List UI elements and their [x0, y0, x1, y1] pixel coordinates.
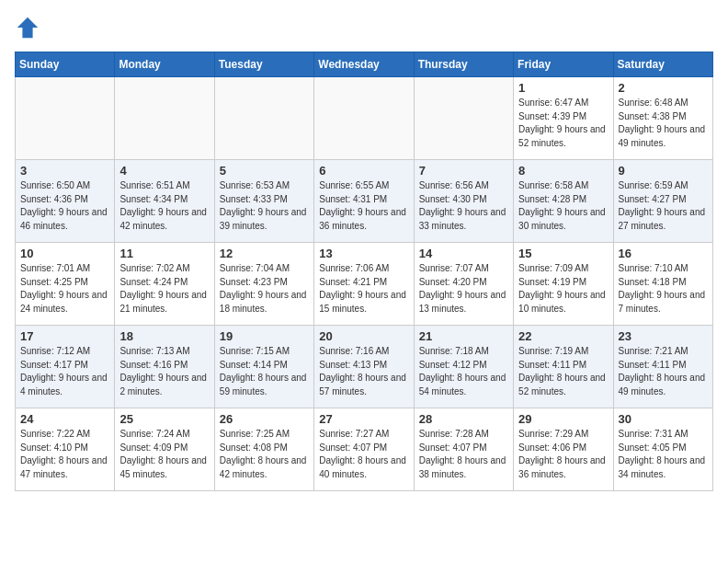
day-info: Sunrise: 6:53 AM Sunset: 4:33 PM Dayligh…	[220, 179, 309, 233]
day-number: 24	[20, 412, 109, 426]
day-info: Sunrise: 6:47 AM Sunset: 4:39 PM Dayligh…	[518, 97, 608, 150]
day-number: 23	[619, 329, 708, 343]
day-number: 30	[619, 412, 708, 426]
day-number: 27	[319, 412, 408, 426]
day-number: 12	[220, 247, 309, 260]
header-wednesday: Wednesday	[314, 52, 414, 77]
calendar-cell: 28Sunrise: 7:28 AM Sunset: 4:07 PM Dayli…	[414, 408, 513, 491]
day-number: 2	[619, 81, 708, 95]
day-info: Sunrise: 6:56 AM Sunset: 4:30 PM Dayligh…	[419, 179, 508, 233]
day-number: 9	[619, 164, 708, 178]
calendar-week-row: 24Sunrise: 7:22 AM Sunset: 4:10 PM Dayli…	[16, 408, 713, 491]
day-info: Sunrise: 6:50 AM Sunset: 4:36 PM Dayligh…	[20, 179, 109, 233]
day-info: Sunrise: 7:27 AM Sunset: 4:07 PM Dayligh…	[319, 428, 408, 481]
day-number: 5	[220, 164, 309, 178]
calendar-cell	[314, 77, 414, 160]
calendar-cell: 29Sunrise: 7:29 AM Sunset: 4:06 PM Dayli…	[514, 408, 613, 491]
day-info: Sunrise: 7:13 AM Sunset: 4:16 PM Dayligh…	[119, 345, 209, 398]
day-info: Sunrise: 7:22 AM Sunset: 4:10 PM Dayligh…	[20, 428, 109, 481]
svg-marker-0	[17, 17, 38, 38]
day-number: 25	[119, 412, 209, 426]
calendar-cell: 22Sunrise: 7:19 AM Sunset: 4:11 PM Dayli…	[514, 326, 613, 408]
calendar-cell: 19Sunrise: 7:15 AM Sunset: 4:14 PM Dayli…	[214, 326, 313, 408]
calendar-cell: 5Sunrise: 6:53 AM Sunset: 4:33 PM Daylig…	[214, 160, 313, 243]
day-number: 4	[119, 164, 209, 178]
calendar-cell: 26Sunrise: 7:25 AM Sunset: 4:08 PM Dayli…	[214, 408, 313, 491]
calendar-cell: 13Sunrise: 7:06 AM Sunset: 4:21 PM Dayli…	[314, 243, 414, 326]
calendar-cell	[115, 77, 214, 160]
day-number: 3	[20, 164, 109, 178]
day-info: Sunrise: 6:59 AM Sunset: 4:27 PM Dayligh…	[619, 179, 708, 233]
calendar-cell: 27Sunrise: 7:27 AM Sunset: 4:07 PM Dayli…	[314, 408, 414, 491]
day-number: 11	[119, 247, 209, 260]
calendar-cell: 8Sunrise: 6:58 AM Sunset: 4:28 PM Daylig…	[514, 160, 613, 243]
calendar-cell: 18Sunrise: 7:13 AM Sunset: 4:16 PM Dayli…	[115, 326, 214, 408]
day-info: Sunrise: 7:01 AM Sunset: 4:25 PM Dayligh…	[20, 262, 109, 316]
calendar-cell: 9Sunrise: 6:59 AM Sunset: 4:27 PM Daylig…	[613, 160, 712, 243]
calendar-cell: 30Sunrise: 7:31 AM Sunset: 4:05 PM Dayli…	[613, 408, 712, 491]
day-number: 22	[518, 329, 608, 343]
day-number: 10	[20, 247, 109, 260]
day-number: 16	[619, 247, 708, 260]
day-info: Sunrise: 7:12 AM Sunset: 4:17 PM Dayligh…	[20, 345, 109, 398]
calendar-cell: 1Sunrise: 6:47 AM Sunset: 4:39 PM Daylig…	[514, 77, 613, 160]
calendar-cell: 2Sunrise: 6:48 AM Sunset: 4:38 PM Daylig…	[613, 77, 712, 160]
day-number: 18	[119, 329, 209, 343]
calendar-body: 1Sunrise: 6:47 AM Sunset: 4:39 PM Daylig…	[16, 77, 713, 491]
calendar-cell: 11Sunrise: 7:02 AM Sunset: 4:24 PM Dayli…	[115, 243, 214, 326]
calendar-cell: 12Sunrise: 7:04 AM Sunset: 4:23 PM Dayli…	[214, 243, 313, 326]
calendar-cell: 4Sunrise: 6:51 AM Sunset: 4:34 PM Daylig…	[115, 160, 214, 243]
calendar-cell: 24Sunrise: 7:22 AM Sunset: 4:10 PM Dayli…	[16, 408, 115, 491]
day-info: Sunrise: 7:19 AM Sunset: 4:11 PM Dayligh…	[518, 345, 608, 398]
day-number: 17	[20, 329, 109, 343]
calendar-cell: 10Sunrise: 7:01 AM Sunset: 4:25 PM Dayli…	[16, 243, 115, 326]
calendar-cell: 17Sunrise: 7:12 AM Sunset: 4:17 PM Dayli…	[16, 326, 115, 408]
day-info: Sunrise: 7:04 AM Sunset: 4:23 PM Dayligh…	[220, 262, 309, 316]
day-number: 19	[220, 329, 309, 343]
day-info: Sunrise: 7:10 AM Sunset: 4:18 PM Dayligh…	[619, 262, 708, 316]
day-info: Sunrise: 7:29 AM Sunset: 4:06 PM Dayligh…	[518, 428, 608, 481]
day-info: Sunrise: 6:55 AM Sunset: 4:31 PM Dayligh…	[319, 179, 408, 233]
calendar-cell: 7Sunrise: 6:56 AM Sunset: 4:30 PM Daylig…	[414, 160, 513, 243]
day-number: 21	[419, 329, 508, 343]
day-info: Sunrise: 6:51 AM Sunset: 4:34 PM Dayligh…	[119, 179, 209, 233]
day-number: 6	[319, 164, 408, 178]
logo-icon	[15, 15, 40, 40]
calendar-cell: 16Sunrise: 7:10 AM Sunset: 4:18 PM Dayli…	[613, 243, 712, 326]
day-number: 13	[319, 247, 408, 260]
day-number: 15	[518, 247, 608, 260]
day-number: 8	[518, 164, 608, 178]
calendar-cell: 14Sunrise: 7:07 AM Sunset: 4:20 PM Dayli…	[414, 243, 513, 326]
day-info: Sunrise: 7:06 AM Sunset: 4:21 PM Dayligh…	[319, 262, 408, 316]
day-info: Sunrise: 7:31 AM Sunset: 4:05 PM Dayligh…	[619, 428, 708, 481]
header-thursday: Thursday	[414, 52, 513, 77]
day-info: Sunrise: 7:25 AM Sunset: 4:08 PM Dayligh…	[220, 428, 309, 481]
calendar-week-row: 17Sunrise: 7:12 AM Sunset: 4:17 PM Dayli…	[16, 326, 713, 408]
header	[15, 15, 713, 40]
day-info: Sunrise: 7:15 AM Sunset: 4:14 PM Dayligh…	[220, 345, 309, 398]
calendar-cell: 20Sunrise: 7:16 AM Sunset: 4:13 PM Dayli…	[314, 326, 414, 408]
day-number: 1	[518, 81, 608, 95]
day-info: Sunrise: 7:28 AM Sunset: 4:07 PM Dayligh…	[419, 428, 508, 481]
calendar-week-row: 1Sunrise: 6:47 AM Sunset: 4:39 PM Daylig…	[16, 77, 713, 160]
day-info: Sunrise: 6:48 AM Sunset: 4:38 PM Dayligh…	[619, 97, 708, 150]
header-sunday: Sunday	[16, 52, 115, 77]
day-info: Sunrise: 7:18 AM Sunset: 4:12 PM Dayligh…	[419, 345, 508, 398]
calendar-cell: 3Sunrise: 6:50 AM Sunset: 4:36 PM Daylig…	[16, 160, 115, 243]
day-number: 7	[419, 164, 508, 178]
day-info: Sunrise: 7:07 AM Sunset: 4:20 PM Dayligh…	[419, 262, 508, 316]
calendar-cell: 6Sunrise: 6:55 AM Sunset: 4:31 PM Daylig…	[314, 160, 414, 243]
calendar-header: Sunday Monday Tuesday Wednesday Thursday…	[16, 52, 713, 77]
calendar-cell	[414, 77, 513, 160]
calendar-cell: 15Sunrise: 7:09 AM Sunset: 4:19 PM Dayli…	[514, 243, 613, 326]
calendar-cell: 25Sunrise: 7:24 AM Sunset: 4:09 PM Dayli…	[115, 408, 214, 491]
header-tuesday: Tuesday	[214, 52, 313, 77]
day-info: Sunrise: 7:09 AM Sunset: 4:19 PM Dayligh…	[518, 262, 608, 316]
calendar-table: Sunday Monday Tuesday Wednesday Thursday…	[15, 52, 713, 491]
day-number: 28	[419, 412, 508, 426]
day-number: 26	[220, 412, 309, 426]
header-friday: Friday	[514, 52, 613, 77]
header-monday: Monday	[115, 52, 214, 77]
logo	[15, 15, 44, 40]
header-saturday: Saturday	[613, 52, 712, 77]
